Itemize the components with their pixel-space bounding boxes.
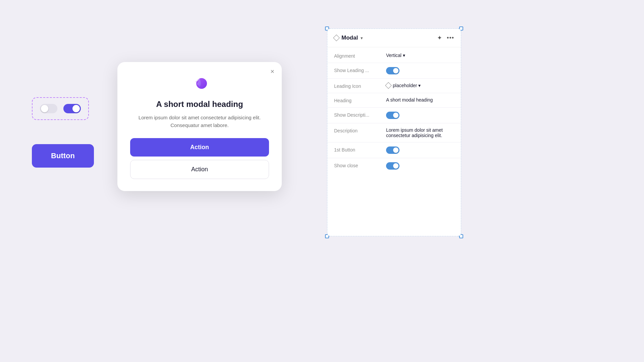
prop-label-show-leading: Show Leading ... [334,67,383,73]
panel-header-left: Modal ▾ [334,35,363,41]
prop-row-heading: Heading A short modal heading [327,94,461,107]
modal-secondary-button[interactable]: Action [130,160,269,179]
show-description-toggle[interactable] [386,112,399,119]
modal-close-button[interactable]: × [270,68,274,75]
prop-row-leading-icon: Leading Icon placeholder ▾ [327,79,461,92]
panel-diamond-icon [333,35,340,41]
prop-value-leading-icon[interactable]: placeholder ▾ [386,83,454,88]
alignment-value: Vertical [386,53,401,58]
properties-panel-wrapper: Modal ▾ ✦ ••• Alignment Vertical ▾ [327,28,461,236]
divider-7 [327,158,461,158]
show-leading-toggle[interactable] [386,67,399,74]
panel-title: Modal [341,35,358,41]
prop-value-alignment[interactable]: Vertical ▾ [386,53,454,58]
show-close-toggle[interactable] [386,162,399,170]
panel-move-icon[interactable]: ✦ [437,34,442,42]
toggle-group [32,97,89,120]
toggle-off[interactable] [40,104,57,113]
leading-icon-dropdown[interactable]: placeholder ▾ [393,83,421,88]
modal-heading: A short modal heading [156,100,243,109]
modal-description: Lorem ipsum dolor sit amet consectetur a… [130,114,269,129]
prop-row-show-close: Show close [327,159,461,173]
modal-primary-button[interactable]: Action [130,138,269,157]
prop-label-1st-button: 1st Button [334,146,383,153]
prop-row-1st-button: 1st Button [327,143,461,157]
modal-sparkle-icon [190,75,209,94]
panel-title-chevron-icon[interactable]: ▾ [361,36,363,41]
leading-icon-chevron: ▾ [418,83,421,88]
toggle-off-knob [41,105,48,112]
toggle-on[interactable] [63,104,81,113]
prop-value-show-close [386,162,454,170]
divider-6 [327,142,461,142]
prop-value-show-leading [386,67,454,74]
prop-label-show-close: Show close [334,162,383,168]
prop-row-show-leading: Show Leading ... [327,64,461,78]
alignment-dropdown[interactable]: Vertical ▾ [386,53,405,58]
first-button-toggle-knob [393,147,398,153]
prop-label-leading-icon: Leading Icon [334,83,383,89]
show-description-toggle-knob [393,113,398,118]
toggle-on-knob [72,105,80,112]
heading-value: A short modal heading [386,97,433,103]
panel-body: Alignment Vertical ▾ Show Leading ... [327,47,461,236]
divider-2 [327,78,461,79]
prop-label-alignment: Alignment [334,53,383,59]
divider-5 [327,123,461,123]
prop-value-heading: A short modal heading [386,97,454,103]
prop-label-show-description: Show Descripti... [334,112,383,118]
panel-header-icons: ✦ ••• [437,34,454,42]
show-close-toggle-knob [393,163,398,169]
prop-row-description: Description Lorem ipsum dolor sit amet c… [327,124,461,141]
panel-more-icon[interactable]: ••• [447,35,454,42]
divider-1 [327,63,461,63]
prop-value-description: Lorem ipsum dolor sit amet consectetur a… [386,127,454,138]
panel-header: Modal ▾ ✦ ••• [327,29,461,47]
properties-panel: Modal ▾ ✦ ••• Alignment Vertical ▾ [327,28,461,236]
prop-value-show-description [386,112,454,119]
prop-label-description: Description [334,127,383,133]
divider-4 [327,107,461,108]
prop-label-heading: Heading [334,97,383,103]
first-button-toggle[interactable] [386,146,399,154]
show-leading-toggle-knob [393,68,398,73]
prop-value-1st-button [386,146,454,154]
big-button[interactable]: Button [32,144,94,168]
prop-row-alignment: Alignment Vertical ▾ [327,49,461,62]
leading-icon-diamond [385,82,392,89]
modal-card: × A short modal heading Lorem ipsum dolo… [117,62,282,191]
alignment-chevron-icon: ▾ [403,53,405,58]
prop-row-show-description: Show Descripti... [327,108,461,122]
divider-3 [327,93,461,93]
description-value: Lorem ipsum dolor sit amet consectetur a… [386,127,454,138]
leading-icon-value: placeholder [393,83,417,88]
